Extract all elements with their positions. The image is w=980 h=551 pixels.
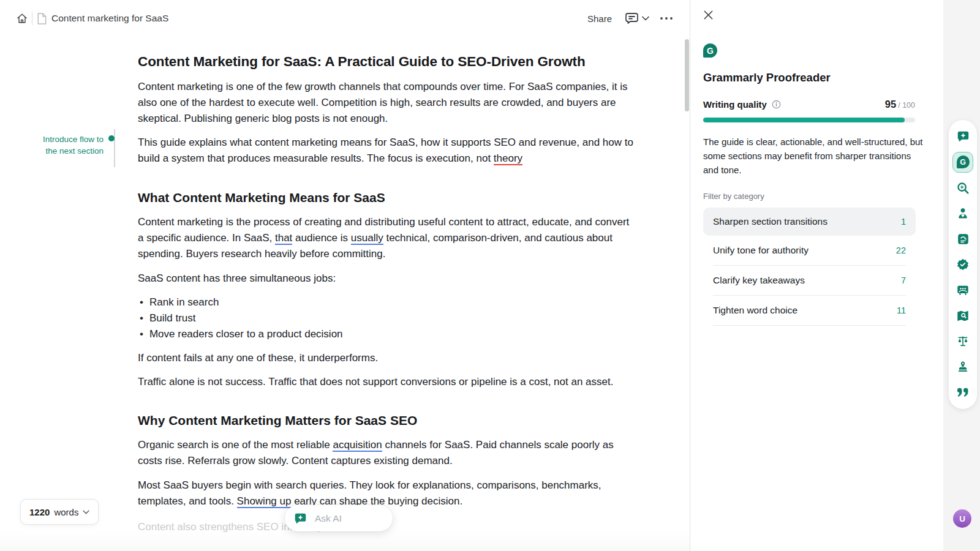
doc-paragraph-5: If content fails at any one of these, it… [138, 350, 637, 366]
doc-heading-2b: Why Content Marketing Matters for SaaS S… [138, 412, 637, 429]
info-icon[interactable] [772, 100, 781, 109]
comments-chevron-down-icon[interactable] [642, 16, 649, 21]
citations-icon[interactable] [952, 382, 973, 403]
doc-paragraph-8: Most SaaS buyers begin with search queri… [138, 478, 637, 509]
writing-quality-label: Writing quality [703, 99, 767, 110]
ask-ai-sparkle-bubble-icon [294, 512, 307, 525]
search-sparkle-icon[interactable] [952, 178, 973, 198]
doc-paragraph-1: Content marketing is one of the few grow… [138, 79, 637, 127]
bullet-item-1: Rank in search [138, 294, 637, 310]
category-count: 22 [896, 246, 906, 255]
p2-text: This guide explains what content marketi… [138, 137, 633, 164]
app-rail: G [949, 120, 977, 409]
writing-quality-score: 95 [885, 99, 896, 110]
ask-ai-pill[interactable] [285, 505, 393, 531]
suggestion-underline-blue-3[interactable]: acquisition [333, 439, 382, 452]
p7-text-1: Organic search is one of the most reliab… [138, 439, 333, 451]
topbar: Content marketing for SaaS Share [0, 0, 690, 37]
margin-comment-line1: Introduce flow to [39, 133, 104, 145]
grammarly-icon[interactable]: G [952, 152, 973, 173]
balance-icon[interactable] [952, 331, 973, 351]
doc-paragraph-7: Organic search is one of the most reliab… [138, 437, 637, 469]
word-count-chevron-icon [83, 510, 89, 514]
ask-ai-input[interactable] [314, 512, 377, 525]
doc-paragraph-2: This guide explains what content marketi… [138, 135, 637, 167]
doc-heading-1: Content Marketing for SaaS: A Practical … [138, 53, 637, 71]
grammarly-rail-letter: G [960, 158, 966, 167]
close-panel-icon[interactable] [703, 10, 714, 21]
user-avatar[interactable]: U [953, 509, 971, 528]
suggestion-underline-blue-1[interactable]: that [275, 232, 292, 245]
plagiarism-check-icon[interactable] [952, 305, 973, 326]
document-area: Content marketing for SaaS Share [0, 0, 690, 551]
suggestion-underline-blue-2[interactable]: usually [351, 232, 383, 245]
word-count-label: words [54, 507, 78, 517]
home-icon[interactable] [16, 12, 28, 24]
category-clarify-takeaways[interactable]: Clarify key takeaways 7 [713, 266, 906, 296]
share-button[interactable]: Share [587, 13, 612, 24]
category-label: Sharpen section transitions [713, 216, 827, 227]
editor-surface[interactable]: Content Marketing for SaaS: A Practical … [138, 37, 637, 535]
ask-ai-comment-icon[interactable] [952, 126, 973, 147]
comments-icon[interactable] [624, 11, 639, 26]
grammarly-logo-icon: G [703, 43, 717, 58]
grammarly-logo-letter: G [707, 46, 714, 56]
doc-heading-2a: What Content Marketing Means for SaaS [138, 189, 637, 206]
category-label: Clarify key takeaways [713, 275, 805, 286]
margin-comment-dot-icon[interactable] [108, 135, 115, 141]
writing-quality-bar [703, 118, 915, 122]
doc-paragraph-6: Traffic alone is not success. Traffic th… [138, 374, 637, 390]
writing-quality-fill [703, 118, 905, 122]
writing-quality-total: / 100 [898, 101, 915, 110]
doc-paragraph-3: Content marketing is the process of crea… [138, 214, 637, 262]
bullet-item-2: Build trust [138, 310, 637, 326]
suggestion-underline-red[interactable]: theory [494, 152, 522, 165]
grammarly-panel: G Grammarly Proofreader Writing quality … [691, 0, 943, 551]
quality-badge-icon[interactable] [952, 254, 973, 275]
topbar-divider [32, 12, 32, 25]
word-count-button[interactable]: 1220 words [20, 499, 99, 525]
stamp-icon[interactable] [952, 356, 973, 377]
category-label: Unify tone for authority [713, 245, 809, 256]
personal-voice-icon[interactable] [952, 203, 973, 223]
panel-summary: The guide is clear, actionable, and well… [703, 135, 926, 177]
category-unify-tone[interactable]: Unify tone for authority 22 [713, 236, 906, 266]
word-count-value: 1220 [29, 507, 50, 517]
document-scrollbar[interactable] [685, 39, 689, 111]
margin-comment-connector [114, 129, 115, 167]
category-count: 7 [901, 276, 906, 285]
audience-icon[interactable] [952, 280, 973, 301]
category-tighten-word-choice[interactable]: Tighten word choice 11 [713, 296, 906, 326]
category-sharpen-section-transitions[interactable]: Sharpen section transitions 1 [703, 208, 916, 236]
more-options-icon[interactable] [659, 17, 674, 20]
category-count: 1 [901, 217, 906, 227]
category-label: Tighten word choice [713, 305, 797, 316]
p3-text-2: audience is [292, 232, 350, 244]
rewrite-icon[interactable] [952, 228, 973, 249]
avatar-initial: U [959, 514, 965, 523]
margin-comment[interactable]: Introduce flow to the next section [39, 133, 104, 157]
panel-title: Grammarly Proofreader [703, 70, 931, 86]
filter-by-category-label: Filter by category [703, 192, 931, 201]
doc-paragraph-4: SaaS content has three simultaneous jobs… [138, 271, 637, 287]
category-count: 11 [897, 305, 906, 315]
margin-comment-line2: the next section [39, 145, 104, 157]
document-file-icon [36, 12, 48, 25]
bullet-item-3: Move readers closer to a product decisio… [138, 326, 637, 342]
doc-bullet-list: Rank in search Build trust Move readers … [138, 294, 637, 342]
document-title[interactable]: Content marketing for SaaS [51, 13, 168, 24]
